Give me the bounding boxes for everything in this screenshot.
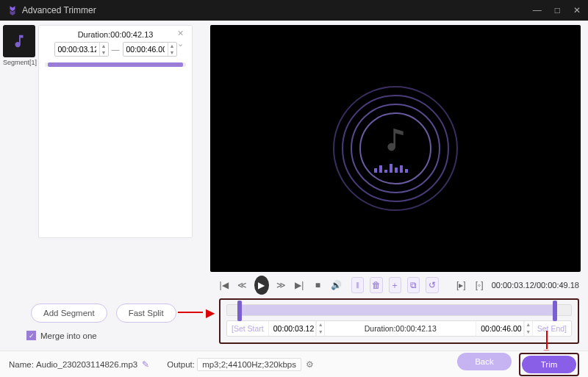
set-range-row: [ Set Start 00:00:03.12 ▲▼ Duration:00:0… xyxy=(226,320,572,337)
app-logo-icon xyxy=(7,5,18,15)
duration-cell: Duration:00:00:42.13 xyxy=(325,321,476,336)
set-end-button[interactable]: Set End ] xyxy=(533,321,571,336)
delete-button[interactable]: 🗑 xyxy=(370,277,382,293)
merge-checkbox[interactable]: ✓ xyxy=(26,331,36,340)
trim-button[interactable]: Trim xyxy=(522,356,576,373)
segment-mini-track[interactable] xyxy=(45,62,186,67)
spinner-up-icon[interactable]: ▲ xyxy=(100,43,108,49)
timeline-selection xyxy=(237,305,557,315)
close-button[interactable]: ✕ xyxy=(573,5,581,15)
preview-area xyxy=(210,25,581,272)
step-back-button[interactable]: ≪ xyxy=(236,277,248,293)
range-dash: — xyxy=(112,45,120,54)
add-button[interactable]: ＋ xyxy=(389,277,401,293)
bottom-bar: Name: Audio_230203114826.mp3 ✎ Output: m… xyxy=(0,351,588,377)
bracket-in-button[interactable]: [▸] xyxy=(455,277,467,293)
segment-start-input[interactable] xyxy=(55,45,99,54)
annotation-arrow: ▶ xyxy=(206,306,215,320)
segment-panel: ✕ ⌄ Duration:00:00:42.13 ▲▼ — ▲▼ xyxy=(38,25,193,238)
playback-toolbar: |◀ ≪ ▶ ≫ ▶| ■ 🔊 ⦀ 🗑 ＋ ⧉ ↺ [▸] [◦] 00:00:… xyxy=(209,272,588,298)
minimize-button[interactable]: — xyxy=(533,5,542,15)
segment-duration-label: Duration:00:00:42.13 xyxy=(45,30,186,39)
fast-split-button[interactable]: Fast Split xyxy=(116,304,176,323)
segment-collapse-icon[interactable]: ⌄ xyxy=(177,39,187,49)
segment-end-input[interactable] xyxy=(123,45,168,54)
window-title: Advanced Trimmer xyxy=(22,5,96,15)
segment-close-icon[interactable]: ✕ xyxy=(177,29,187,38)
spinner-down-icon[interactable]: ▼ xyxy=(100,49,108,56)
stop-button[interactable]: ■ xyxy=(312,277,324,293)
timecode-display: 00:00:03.12/00:00:49.18 xyxy=(492,281,579,290)
bracket-out-button[interactable]: [◦] xyxy=(473,277,486,293)
segment-end-spinner[interactable]: ▲▼ xyxy=(123,42,177,57)
undo-button[interactable]: ↺ xyxy=(426,277,438,293)
title-bar: Advanced Trimmer — □ ✕ xyxy=(0,0,588,21)
output-settings-icon[interactable]: ⚙ xyxy=(306,359,314,370)
start-time-stepper[interactable]: ▲▼ xyxy=(316,321,325,336)
timeline-start-handle[interactable] xyxy=(237,301,242,321)
name-value: Audio_230203114826.mp3 xyxy=(36,360,137,369)
start-time-cell: 00:00:03.12 xyxy=(269,321,316,336)
segment-start-spinner[interactable]: ▲▼ xyxy=(54,42,109,57)
edit-name-icon[interactable]: ✎ xyxy=(142,359,149,370)
maximize-button[interactable]: □ xyxy=(555,5,560,15)
spinner-up-icon[interactable]: ▲ xyxy=(168,43,176,49)
end-time-stepper[interactable]: ▲▼ xyxy=(524,321,533,336)
volume-button[interactable]: 🔊 xyxy=(330,277,343,293)
timeline-track[interactable] xyxy=(226,304,572,316)
goto-start-button[interactable]: |◀ xyxy=(218,277,230,293)
merge-row: ✓ Merge into one xyxy=(26,331,97,340)
goto-end-button[interactable]: ▶| xyxy=(293,277,306,293)
music-note-icon xyxy=(383,126,408,156)
output-value: mp3;2;44100Hz;320kbps xyxy=(197,358,301,371)
segment-thumbnail[interactable] xyxy=(3,25,35,57)
trim-highlight-box: Trim xyxy=(519,353,579,376)
end-time-cell: 00:00:46.00 xyxy=(476,321,523,336)
play-button[interactable]: ▶ xyxy=(254,276,269,295)
split-button[interactable]: ⦀ xyxy=(351,277,364,293)
name-label: Name: xyxy=(9,360,34,369)
timeline-end-handle[interactable] xyxy=(553,301,557,321)
equalizer-icon xyxy=(374,164,408,173)
add-segment-button[interactable]: Add Segment xyxy=(31,304,107,323)
audio-disc-graphic xyxy=(333,86,458,211)
step-forward-button[interactable]: ≫ xyxy=(275,277,287,293)
timeline-region: [ Set Start 00:00:03.12 ▲▼ Duration:00:0… xyxy=(219,298,579,344)
set-start-button[interactable]: [ Set Start xyxy=(227,321,269,336)
copy-button[interactable]: ⧉ xyxy=(407,277,420,293)
output-label: Output: xyxy=(167,360,195,369)
merge-label: Merge into one xyxy=(40,331,97,340)
segment-label: Segment[1] xyxy=(3,59,35,66)
back-button[interactable]: Back xyxy=(457,353,512,370)
spinner-down-icon[interactable]: ▼ xyxy=(168,49,176,56)
